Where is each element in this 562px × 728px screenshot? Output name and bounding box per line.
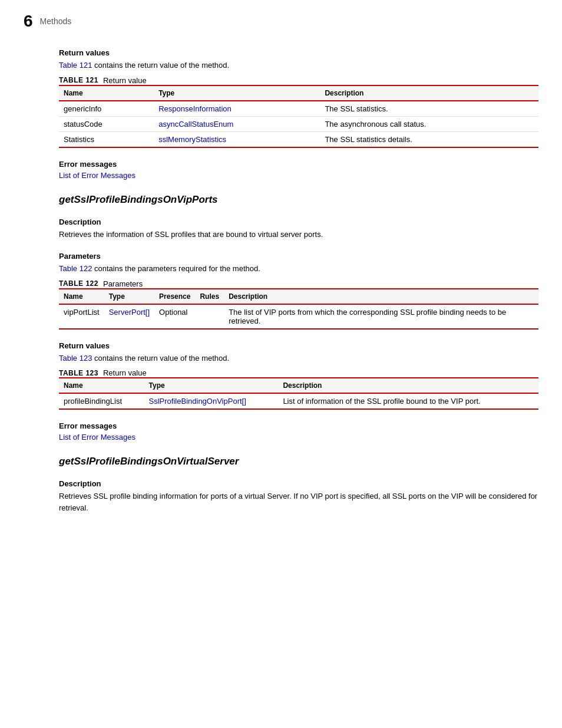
return-values-intro-text-2: contains the return value of the method. [94, 354, 229, 363]
table-row: Statistics sslMemoryStatistics The SSL s… [59, 131, 538, 147]
table-row: genericInfo ResponseInformation The SSL … [59, 101, 538, 117]
cell-name: genericInfo [59, 101, 154, 117]
table123-desc: Return value [103, 368, 147, 377]
cell-rules [195, 304, 224, 329]
method2-description-text: Retrieves the information of SSL profile… [59, 229, 538, 241]
table121-tag: TABLE 121 [59, 76, 98, 84]
table123-col-desc: Description [278, 378, 538, 393]
return-values-intro-2: Table 123 contains the return value of t… [59, 353, 538, 364]
table-121: Name Type Description genericInfo Respon… [59, 85, 538, 148]
method2-description-heading: Description [59, 218, 538, 226]
method2-title: getSslProfileBindingsOnVipPorts [59, 194, 538, 206]
table123-col-name: Name [59, 378, 144, 393]
parameters-intro-text: contains the parameters required for the… [94, 264, 260, 273]
cell-name: profileBindingList [59, 393, 144, 409]
table121-label: TABLE 121 Return value [59, 76, 538, 85]
error-messages-heading-1: Error messages [59, 160, 538, 169]
table122-desc: Parameters [103, 279, 143, 288]
chapter-title: Methods [40, 17, 72, 26]
method3-description-text: Retrieves SSL profile binding informatio… [59, 490, 538, 513]
table121-col-type: Type [154, 85, 320, 101]
table122-col-presence: Presence [154, 289, 195, 304]
cell-type: SslProfileBindingOnVipPort[] [144, 393, 279, 409]
return-values-heading-1: Return values [59, 48, 538, 57]
cell-desc: List of information of the SSL profile b… [278, 393, 538, 409]
type-link[interactable]: asyncCallStatusEnum [158, 120, 233, 129]
table122-col-name: Name [59, 289, 104, 304]
cell-type: ResponseInformation [154, 101, 320, 117]
error-messages-section-1: Error messages List of Error Messages [59, 160, 538, 180]
cell-presence: Optional [154, 304, 195, 329]
cell-desc: The list of VIP ports from which the cor… [224, 304, 538, 329]
table123-tag: TABLE 123 [59, 369, 98, 377]
type-link[interactable]: sslMemoryStatistics [158, 135, 226, 144]
error-messages-section-2: Error messages List of Error Messages [59, 421, 538, 442]
type-link[interactable]: ResponseInformation [158, 104, 232, 113]
cell-desc: The asynchronous call status. [320, 116, 538, 131]
type-link[interactable]: SslProfileBindingOnVipPort[] [149, 397, 246, 406]
cell-name: vipPortList [59, 304, 104, 329]
table123-col-type: Type [144, 378, 279, 393]
table123-label: TABLE 123 Return value [59, 368, 538, 377]
cell-type: ServerPort[] [104, 304, 154, 329]
method3-description-heading: Description [59, 479, 538, 488]
cell-type: sslMemoryStatistics [154, 131, 320, 147]
type-link[interactable]: ServerPort[] [109, 308, 150, 317]
table121-col-desc: Description [320, 85, 538, 101]
method3-title: getSslProfileBindingsOnVirtualServer [59, 456, 538, 467]
table122-col-desc: Description [224, 289, 538, 304]
cell-type: asyncCallStatusEnum [154, 116, 320, 131]
error-messages-link-1[interactable]: List of Error Messages [59, 171, 135, 180]
error-messages-link-2[interactable]: List of Error Messages [59, 433, 135, 442]
cell-name: Statistics [59, 131, 154, 147]
table-row: statusCode asyncCallStatusEnum The async… [59, 116, 538, 131]
table122-label: TABLE 122 Parameters [59, 279, 538, 288]
cell-desc: The SSL statistics. [320, 101, 538, 117]
method2-parameters-intro: Table 122 contains the parameters requir… [59, 263, 538, 275]
table122-col-type: Type [104, 289, 154, 304]
table122-tag: TABLE 122 [59, 279, 98, 288]
chapter-number: 6 [24, 12, 33, 31]
table122-link[interactable]: Table 122 [59, 264, 92, 273]
cell-name: statusCode [59, 116, 154, 131]
table-row: vipPortList ServerPort[] Optional The li… [59, 304, 538, 329]
table121-link[interactable]: Table 121 [59, 61, 92, 70]
cell-desc: The SSL statistics details. [320, 131, 538, 147]
table-123: Name Type Description profileBindingList… [59, 377, 538, 410]
return-values-intro-1: Table 121 contains the return value of t… [59, 60, 538, 71]
table121-col-name: Name [59, 85, 154, 101]
table123-link[interactable]: Table 123 [59, 354, 92, 363]
return-values-intro-text-1: contains the return value of the method. [94, 61, 229, 70]
page-header: 6 Methods [24, 12, 538, 31]
table-row: profileBindingList SslProfileBindingOnVi… [59, 393, 538, 409]
table122-col-rules: Rules [195, 289, 224, 304]
table-122: Name Type Presence Rules Description vip… [59, 288, 538, 330]
return-values-heading-2: Return values [59, 341, 538, 350]
error-messages-heading-2: Error messages [59, 421, 538, 430]
method2-parameters-heading: Parameters [59, 252, 538, 261]
table121-desc: Return value [103, 76, 147, 85]
